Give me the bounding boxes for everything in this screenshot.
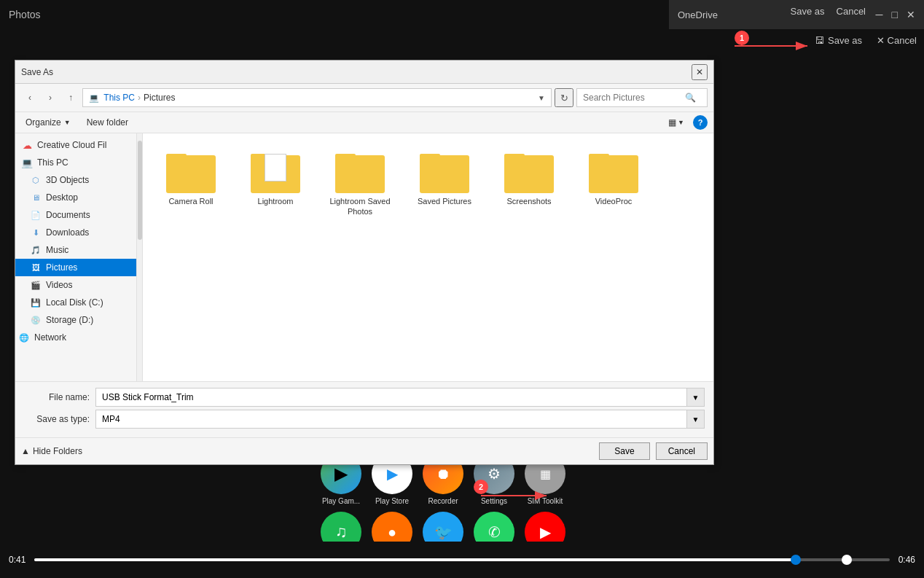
cancel-top-button[interactable]: Cancel <box>837 6 866 17</box>
music-icon: 🎵 <box>30 244 42 256</box>
view-button[interactable]: ▦ ▼ <box>665 115 687 130</box>
video-progress-thumb-white[interactable] <box>842 555 852 565</box>
folder-screenshots[interactable]: Screenshots <box>493 145 565 222</box>
pictures-icon: 🖼 <box>30 262 42 273</box>
save-as-button[interactable]: Save as <box>791 6 825 17</box>
sidebar-label-pictures: Pictures <box>46 262 77 273</box>
view-icon: ▦ <box>668 117 676 128</box>
recorder-label: Recorder <box>428 497 458 505</box>
action-buttons: Save Cancel <box>599 442 708 460</box>
this-pc-icon: 💻 <box>21 157 33 168</box>
address-path[interactable]: 💻 This PC › Pictures ▼ <box>82 88 552 107</box>
local-disk-c-icon: 💾 <box>30 297 42 308</box>
folder-saved-pictures-icon <box>419 149 470 193</box>
help-button[interactable]: ? <box>693 115 708 130</box>
folder-saved-pictures-label: Saved Pictures <box>418 196 471 206</box>
folder-videoproc[interactable]: VideoProc <box>577 145 650 222</box>
sidebar-label-3d-objects: 3D Objects <box>46 175 89 185</box>
settings-label: Settings <box>481 497 507 505</box>
sidebar-item-3d-objects[interactable]: ⬡ 3D Objects <box>15 171 142 189</box>
dialog-titlebar: Save As ✕ <box>15 60 713 84</box>
filename-label: File name: <box>24 392 90 402</box>
refresh-button[interactable]: ↻ <box>555 88 573 107</box>
sidebar-label-this-pc: This PC <box>37 157 68 168</box>
filename-row: File name: ▼ <box>24 388 705 407</box>
sidebar-scrollbar-thumb[interactable] <box>138 141 142 240</box>
back-button[interactable]: ‹ <box>21 89 39 106</box>
folder-camera-roll[interactable]: Camera Roll <box>154 145 227 222</box>
dialog-body: ☁ Creative Cloud Fil 💻 This PC ⬡ 3D Obje… <box>15 133 713 381</box>
up-button[interactable]: ↑ <box>62 89 79 106</box>
sidebar-item-storage-d[interactable]: 💿 Storage (D:) <box>15 311 142 329</box>
filetype-dropdown-arrow[interactable]: ▼ <box>687 410 705 429</box>
video-progress-thumb-blue[interactable] <box>791 555 801 565</box>
videos-icon: 🎬 <box>30 279 42 291</box>
sidebar-item-desktop[interactable]: 🖥 Desktop <box>15 189 142 206</box>
sidebar-label-network: Network <box>34 332 66 343</box>
folder-lightroom-saved-icon <box>334 149 385 193</box>
folder-saved-pictures[interactable]: Saved Pictures <box>408 145 481 222</box>
documents-icon: 📄 <box>30 209 42 221</box>
creative-cloud-icon: ☁ <box>21 139 33 151</box>
video-time-total: 0:46 <box>898 555 915 565</box>
organize-dropdown-icon: ▼ <box>64 119 71 126</box>
view-dropdown-icon: ▼ <box>678 119 684 126</box>
filetype-select-wrapper: ▼ <box>95 410 705 429</box>
sidebar-item-network[interactable]: 🌐 Network <box>15 329 142 346</box>
save-as-dialog: Save As ✕ ‹ › ↑ 💻 This PC › Pictures ▼ ↻… <box>15 60 714 465</box>
maximize-btn[interactable]: □ <box>892 9 898 20</box>
minimize-btn[interactable]: ─ <box>876 9 883 20</box>
annotation-1: 1 <box>735 31 749 45</box>
filename-input[interactable] <box>95 388 687 407</box>
hide-folders-arrow: ▲ <box>21 446 30 456</box>
sidebar-scrollbar[interactable] <box>136 133 142 381</box>
filetype-input[interactable] <box>95 410 687 429</box>
dialog-close-button[interactable]: ✕ <box>692 64 708 80</box>
sidebar-item-pictures[interactable]: 🖼 Pictures <box>15 259 142 276</box>
sidebar-item-videos[interactable]: 🎬 Videos <box>15 276 142 294</box>
filetype-label: Save as type: <box>24 414 90 424</box>
3d-objects-icon: ⬡ <box>30 174 42 186</box>
sidebar-label-storage-d: Storage (D:) <box>46 315 93 325</box>
hide-folders-button[interactable]: ▲ Hide Folders <box>21 446 82 456</box>
play-store-label: Play Store <box>375 497 409 505</box>
forward-button[interactable]: › <box>42 89 59 106</box>
dialog-toolbar: Organize ▼ New folder ▦ ▼ ? <box>15 112 713 133</box>
sidebar-item-downloads[interactable]: ⬇ Downloads <box>15 224 142 241</box>
filetype-row: Save as type: ▼ <box>24 410 705 429</box>
sidebar-item-creative-cloud[interactable]: ☁ Creative Cloud Fil <box>15 136 142 154</box>
search-box[interactable]: 🔍 <box>576 88 708 107</box>
folder-lightroom[interactable]: Lightroom <box>239 145 312 222</box>
save-button[interactable]: Save <box>599 442 649 460</box>
sidebar-label-music: Music <box>46 245 68 255</box>
video-progress-fill <box>34 558 795 561</box>
topbar-actions: Save as Cancel <box>791 6 866 17</box>
sidebar-item-music[interactable]: 🎵 Music <box>15 241 142 259</box>
save-as-label-display: 🖫 Save as <box>815 35 862 46</box>
dialog-actions: ▲ Hide Folders Save Cancel <box>15 437 713 464</box>
search-input[interactable] <box>583 93 685 103</box>
sidebar-label-downloads: Downloads <box>46 227 89 238</box>
sidebar-label-desktop: Desktop <box>46 192 78 203</box>
sidebar-item-local-disk-c[interactable]: 💾 Local Disk (C:) <box>15 294 142 311</box>
desktop-icon: 🖥 <box>30 192 42 203</box>
video-progress-track[interactable] <box>34 558 889 561</box>
organize-button[interactable]: Organize ▼ <box>21 115 75 130</box>
folder-lightroom-saved[interactable]: Lightroom Saved Photos <box>324 145 396 222</box>
search-icon: 🔍 <box>685 93 696 103</box>
filename-dropdown-arrow[interactable]: ▼ <box>687 388 705 407</box>
close-btn[interactable]: ✕ <box>907 9 915 20</box>
dropdown-arrow-address[interactable]: ▼ <box>538 94 545 102</box>
filename-input-wrapper: ▼ <box>95 388 705 407</box>
sidebar-label-documents: Documents <box>46 210 90 220</box>
storage-d-icon: 💿 <box>30 314 42 326</box>
video-time-current: 0:41 <box>9 555 26 565</box>
sidebar-item-documents[interactable]: 📄 Documents <box>15 206 142 224</box>
cancel-button[interactable]: Cancel <box>656 442 708 460</box>
dialog-bottom: File name: ▼ Save as type: ▼ <box>15 381 713 437</box>
new-folder-button[interactable]: New folder <box>81 115 134 130</box>
network-icon: 🌐 <box>18 332 30 343</box>
photos-titlebar: Photos <box>0 0 219 29</box>
sidebar-label-creative-cloud: Creative Cloud Fil <box>37 140 106 150</box>
sidebar-item-this-pc[interactable]: 💻 This PC <box>15 154 142 171</box>
